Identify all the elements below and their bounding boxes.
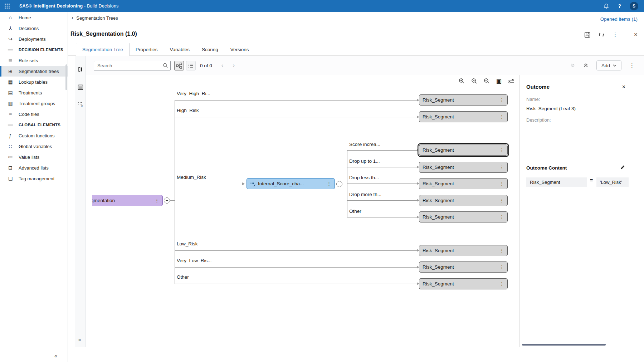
branch-label: Very_High_Ri... bbox=[177, 91, 210, 96]
layout-options-icon[interactable] bbox=[508, 78, 514, 84]
tab-variables[interactable]: Variables bbox=[164, 43, 196, 56]
sidebar-item-global-variables[interactable]: ∷Global variables bbox=[0, 141, 68, 152]
svg-text:x: x bbox=[81, 104, 83, 107]
opened-items-link[interactable]: Opened items (1) bbox=[600, 16, 638, 22]
sub-trunk-line bbox=[347, 150, 347, 217]
node-menu-icon[interactable]: ⋮ bbox=[499, 281, 504, 287]
previous-match-icon[interactable]: ‹ bbox=[221, 62, 224, 69]
panel-horizontal-scrollbar[interactable] bbox=[522, 344, 606, 346]
list-view-toggle[interactable] bbox=[186, 61, 196, 70]
zoom-fit-icon[interactable] bbox=[484, 78, 490, 84]
node-menu-icon[interactable]: ⋮ bbox=[499, 181, 504, 186]
zoom-in-icon[interactable] bbox=[459, 78, 465, 84]
node-menu-icon[interactable]: ⋮ bbox=[499, 248, 504, 253]
close-item-icon[interactable]: × bbox=[634, 31, 638, 38]
notifications-bell-icon[interactable] bbox=[603, 3, 609, 9]
internal-split-node[interactable]: x Internal_Score_cha... ⋮ bbox=[247, 178, 335, 189]
tree-view-toggle[interactable] bbox=[174, 61, 184, 70]
global-variables-icon: ∷ bbox=[7, 143, 14, 149]
root-collapse-toggle[interactable]: − bbox=[164, 197, 170, 204]
branch-label: Medium_Risk bbox=[177, 175, 206, 180]
branch-line bbox=[175, 284, 417, 284]
help-icon[interactable]: ? bbox=[618, 3, 621, 9]
branch-line bbox=[175, 250, 417, 251]
leaf-node[interactable]: Risk_Segment ⋮ bbox=[419, 111, 508, 122]
node-menu-icon[interactable]: ⋮ bbox=[499, 114, 504, 119]
sidebar-item-segmentation-trees[interactable]: ⊞Segmentation trees bbox=[0, 66, 68, 77]
rail-expand-icon[interactable]: » bbox=[78, 337, 81, 342]
tab-versions[interactable]: Versions bbox=[224, 43, 255, 56]
overview-icon[interactable]: ▣ bbox=[496, 78, 502, 84]
zoom-out-icon[interactable] bbox=[471, 78, 478, 84]
sidebar-item-treatment-groups[interactable]: ▥Treatment groups bbox=[0, 98, 68, 109]
node-menu-icon[interactable]: ⋮ bbox=[499, 264, 504, 270]
panel-layout-icon[interactable] bbox=[78, 67, 83, 72]
root-stub-line bbox=[170, 200, 175, 201]
segmentation-tree-canvas[interactable]: ▣ Risk_Segmentation ⋮ − Very_High_Ri... … bbox=[86, 75, 519, 347]
node-menu-icon[interactable]: ⋮ bbox=[327, 181, 331, 186]
sidebar-item-code-files[interactable]: ≡Code files bbox=[0, 109, 68, 119]
save-icon[interactable] bbox=[584, 32, 590, 38]
apps-grid-icon[interactable] bbox=[4, 3, 10, 9]
sidebar-item-home[interactable]: ⌂Home bbox=[0, 12, 68, 23]
leaf-node[interactable]: Risk_Segment ⋮ bbox=[419, 162, 508, 173]
node-menu-icon[interactable]: ⋮ bbox=[499, 198, 504, 203]
toolbar-more-icon[interactable]: ⋮ bbox=[629, 62, 635, 69]
sidebar-item-deployments[interactable]: ↪Deployments bbox=[0, 34, 68, 44]
outcome-content-variable[interactable]: Risk_Segment bbox=[526, 177, 587, 187]
leaf-node[interactable]: Risk_Segment ⋮ bbox=[419, 178, 508, 189]
refresh-icon[interactable] bbox=[598, 31, 605, 38]
node-menu-icon[interactable]: ⋮ bbox=[155, 198, 159, 203]
leaf-node[interactable]: Risk_Segment ⋮ bbox=[419, 245, 508, 256]
outcome-content-value[interactable]: 'Low_Risk' bbox=[596, 177, 629, 187]
variables-panel-icon[interactable]: x bbox=[78, 102, 83, 107]
tab-segmentation-tree[interactable]: Segmentation Tree bbox=[76, 43, 130, 56]
leaf-node-selected[interactable]: Risk_Segment ⋮ bbox=[419, 145, 508, 156]
node-menu-icon[interactable]: ⋮ bbox=[499, 97, 504, 103]
search-match-count: 0 of 0 bbox=[200, 63, 212, 68]
leaf-node[interactable]: Risk_Segment ⋮ bbox=[419, 261, 508, 273]
tab-scoring[interactable]: Scoring bbox=[196, 43, 224, 56]
sidebar-collapse-icon[interactable]: « bbox=[54, 353, 57, 359]
collapse-all-icon[interactable] bbox=[583, 63, 589, 68]
internal-stub-line bbox=[342, 184, 347, 184]
internal-collapse-toggle[interactable]: − bbox=[336, 181, 342, 187]
panel-close-icon[interactable]: × bbox=[622, 84, 625, 90]
node-menu-icon[interactable]: ⋮ bbox=[499, 165, 504, 170]
expand-all-icon[interactable] bbox=[570, 63, 575, 68]
leaf-node[interactable]: Risk_Segment ⋮ bbox=[419, 94, 508, 106]
edit-pencil-icon[interactable] bbox=[620, 165, 625, 170]
description-label: Description: bbox=[526, 117, 551, 123]
sidebar-item-custom-functions[interactable]: ƒCustom functions bbox=[0, 130, 68, 141]
root-node[interactable]: Risk_Segmentation ⋮ bbox=[92, 195, 163, 206]
sidebar-scrollbar[interactable] bbox=[65, 64, 67, 90]
code-files-icon: ≡ bbox=[7, 111, 14, 117]
breadcrumb[interactable]: ‹ Segmentation Trees bbox=[72, 15, 118, 21]
sidebar-item-decisions[interactable]: ⅄Decisions bbox=[0, 23, 68, 34]
leaf-node[interactable]: Risk_Segment ⋮ bbox=[419, 278, 508, 289]
tree-view-icon bbox=[176, 63, 182, 69]
next-match-icon[interactable]: › bbox=[233, 62, 235, 69]
sidebar-item-lookup-tables[interactable]: ▦Lookup tables bbox=[0, 77, 68, 87]
add-button[interactable]: Add bbox=[596, 60, 621, 70]
sidebar-item-treatments[interactable]: ▤Treatments bbox=[0, 87, 68, 98]
node-menu-icon[interactable]: ⋮ bbox=[499, 147, 504, 153]
branch-label: Drop up to 1... bbox=[349, 158, 380, 164]
user-avatar[interactable]: S bbox=[630, 2, 638, 10]
tab-properties[interactable]: Properties bbox=[130, 43, 164, 56]
overview-map-icon[interactable] bbox=[78, 84, 83, 90]
search-input[interactable] bbox=[94, 61, 171, 70]
leaf-node[interactable]: Risk_Segment ⋮ bbox=[419, 211, 508, 222]
decisions-icon: ⅄ bbox=[7, 25, 14, 31]
sidebar-item-advanced-lists[interactable]: ⊟Advanced lists bbox=[0, 162, 68, 173]
more-actions-icon[interactable]: ⋮ bbox=[613, 31, 618, 38]
sidebar-item-rule-sets[interactable]: ≣Rule sets bbox=[0, 55, 68, 66]
sidebar-item-value-lists[interactable]: ≔Value lists bbox=[0, 152, 68, 162]
section-dash-icon: — bbox=[7, 122, 14, 128]
brand-name: SAS® Intelligent Decisioning bbox=[19, 4, 83, 9]
advanced-lists-icon: ⊟ bbox=[7, 165, 14, 171]
branch-label: Drop less th... bbox=[349, 175, 379, 180]
sidebar-item-tag-management[interactable]: ❏Tag management bbox=[0, 173, 68, 184]
node-menu-icon[interactable]: ⋮ bbox=[499, 214, 504, 220]
leaf-node[interactable]: Risk_Segment ⋮ bbox=[419, 195, 508, 206]
